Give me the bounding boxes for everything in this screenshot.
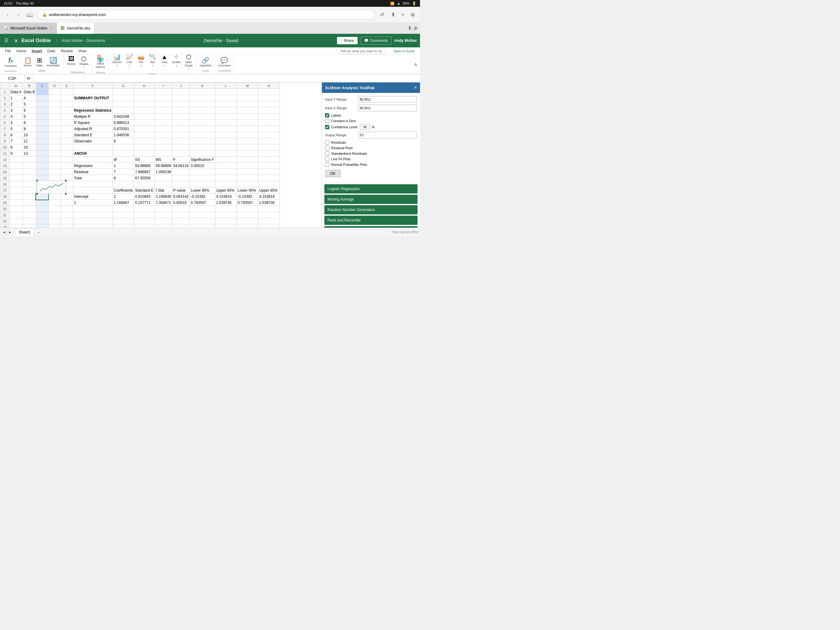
shapes-button[interactable]: ⬡ Shapes ▾ bbox=[78, 55, 90, 70]
menu-data[interactable]: Data bbox=[45, 48, 57, 54]
cell-E4[interactable] bbox=[61, 108, 73, 114]
sheet-prev-button[interactable]: ◀ bbox=[1, 230, 7, 235]
cell-I2[interactable] bbox=[155, 95, 172, 101]
cell-L2[interactable] bbox=[215, 95, 237, 101]
chart-object[interactable] bbox=[37, 180, 66, 194]
waffle-menu-button[interactable]: ⠿ bbox=[3, 36, 9, 45]
cell-N10[interactable] bbox=[258, 144, 279, 150]
cell-M7[interactable] bbox=[237, 126, 258, 132]
cell-C20[interactable] bbox=[36, 206, 48, 212]
cell-D11[interactable] bbox=[48, 150, 61, 157]
chart-resize-handle-tr[interactable] bbox=[65, 179, 67, 182]
cell-G4[interactable] bbox=[112, 108, 134, 114]
cell-I12[interactable]: MS bbox=[155, 157, 172, 163]
cell-M22[interactable] bbox=[237, 218, 258, 224]
tool-logistic-regression[interactable]: Logistic Regression bbox=[324, 184, 418, 193]
tool-rank-and-percentile[interactable]: Rank and Percentile bbox=[324, 216, 418, 225]
cell-ref-dropdown[interactable]: ▾ bbox=[15, 77, 16, 80]
cell-A23[interactable] bbox=[9, 224, 23, 228]
forms-button[interactable]: 📋 Forms bbox=[22, 56, 33, 68]
tabs-overview-button[interactable]: ⧉ bbox=[408, 11, 417, 19]
cell-M1[interactable] bbox=[237, 89, 258, 95]
cell-I1[interactable] bbox=[155, 89, 172, 95]
tab-excel-online[interactable]: 📊 Microsoft Excel Online × bbox=[0, 23, 57, 33]
cell-L20[interactable] bbox=[215, 206, 237, 212]
cell-A16[interactable] bbox=[9, 181, 23, 187]
menu-insert[interactable]: Insert bbox=[29, 48, 44, 54]
menu-home[interactable]: Home bbox=[14, 48, 28, 54]
cell-D8[interactable] bbox=[48, 132, 61, 138]
sheet-tab-sheet1[interactable]: Sheet1 bbox=[15, 229, 35, 236]
cell-N4[interactable] bbox=[258, 108, 279, 114]
xlminer-close-button[interactable]: × bbox=[414, 85, 417, 90]
cell-D4[interactable] bbox=[48, 108, 61, 114]
line-chart-button[interactable]: 📈 Line ▾ bbox=[124, 53, 135, 68]
cell-G13[interactable]: 1 bbox=[112, 163, 134, 169]
cell-H7[interactable] bbox=[134, 126, 155, 132]
cell-H14[interactable]: 7.666667 bbox=[134, 169, 155, 175]
cell-C13[interactable] bbox=[36, 163, 48, 169]
cell-B1[interactable]: Data B bbox=[23, 89, 36, 95]
cell-N14[interactable] bbox=[258, 169, 279, 175]
cell-I16[interactable] bbox=[155, 181, 172, 187]
cell-L21[interactable] bbox=[215, 212, 237, 218]
cell-J19[interactable]: 0.00015 bbox=[172, 199, 190, 206]
cell-H9[interactable] bbox=[134, 138, 155, 144]
cell-B23[interactable] bbox=[23, 224, 36, 228]
col-header-H[interactable]: H bbox=[134, 83, 155, 89]
office-addins-button[interactable]: 🏪 Office Add-ins bbox=[94, 54, 107, 70]
cell-M6[interactable] bbox=[237, 120, 258, 126]
cell-H4[interactable] bbox=[134, 108, 155, 114]
cell-G9[interactable]: 9 bbox=[112, 138, 134, 144]
cell-N7[interactable] bbox=[258, 126, 279, 132]
cell-C11[interactable] bbox=[36, 150, 48, 157]
cell-N21[interactable] bbox=[258, 212, 279, 218]
cell-N6[interactable] bbox=[258, 120, 279, 126]
cell-I15[interactable] bbox=[155, 175, 172, 181]
cell-J12[interactable]: F bbox=[172, 157, 190, 163]
residuals-checkbox[interactable] bbox=[325, 140, 329, 144]
breadcrumb-user[interactable]: Andy Wolber bbox=[62, 38, 83, 43]
cell-N15[interactable] bbox=[258, 175, 279, 181]
tool-moving-average[interactable]: Moving Average bbox=[324, 195, 418, 204]
cell-B20[interactable] bbox=[23, 206, 36, 212]
column-chart-button[interactable]: 📊 Column ▾ bbox=[111, 53, 123, 68]
cell-B8[interactable]: 10 bbox=[23, 132, 36, 138]
cell-A15[interactable] bbox=[9, 175, 23, 181]
cell-N17[interactable]: Upper 95% bbox=[258, 187, 279, 193]
col-header-A[interactable]: A bbox=[9, 83, 23, 89]
cell-K16[interactable] bbox=[190, 181, 215, 187]
cell-J17[interactable]: P-value bbox=[172, 187, 190, 193]
cell-E22[interactable] bbox=[61, 218, 73, 224]
cell-J9[interactable] bbox=[172, 138, 190, 144]
hyperlink-button[interactable]: 🔗 Hyperlink bbox=[198, 56, 213, 68]
cell-D19[interactable] bbox=[48, 199, 61, 206]
cell-C1[interactable] bbox=[36, 89, 48, 95]
cell-F19[interactable]: 1 bbox=[73, 199, 112, 206]
cell-N8[interactable] bbox=[258, 132, 279, 138]
cell-A9[interactable]: 7 bbox=[9, 138, 23, 144]
chart-resize-handle-tl[interactable] bbox=[36, 179, 38, 182]
cell-F15[interactable]: Total bbox=[73, 175, 112, 181]
cell-A11[interactable]: 9 bbox=[9, 150, 23, 157]
cell-G1[interactable] bbox=[112, 89, 134, 95]
cell-N13[interactable] bbox=[258, 163, 279, 169]
cell-H2[interactable] bbox=[134, 95, 155, 101]
cell-H12[interactable]: SS bbox=[134, 157, 155, 163]
cell-J2[interactable] bbox=[172, 95, 190, 101]
cell-I8[interactable] bbox=[155, 132, 172, 138]
cell-G21[interactable] bbox=[112, 212, 134, 218]
confidence-level-input[interactable] bbox=[360, 124, 370, 130]
cell-E13[interactable] bbox=[61, 163, 73, 169]
cell-A13[interactable] bbox=[9, 163, 23, 169]
cell-K3[interactable] bbox=[190, 101, 215, 108]
cell-C10[interactable] bbox=[36, 144, 48, 150]
cell-K7[interactable] bbox=[190, 126, 215, 132]
cell-L13[interactable] bbox=[215, 163, 237, 169]
cell-N3[interactable] bbox=[258, 101, 279, 108]
cell-B14[interactable] bbox=[23, 169, 36, 175]
cell-H16[interactable] bbox=[134, 181, 155, 187]
cell-F12[interactable] bbox=[73, 157, 112, 163]
cell-N22[interactable] bbox=[258, 218, 279, 224]
cell-F22[interactable] bbox=[73, 218, 112, 224]
